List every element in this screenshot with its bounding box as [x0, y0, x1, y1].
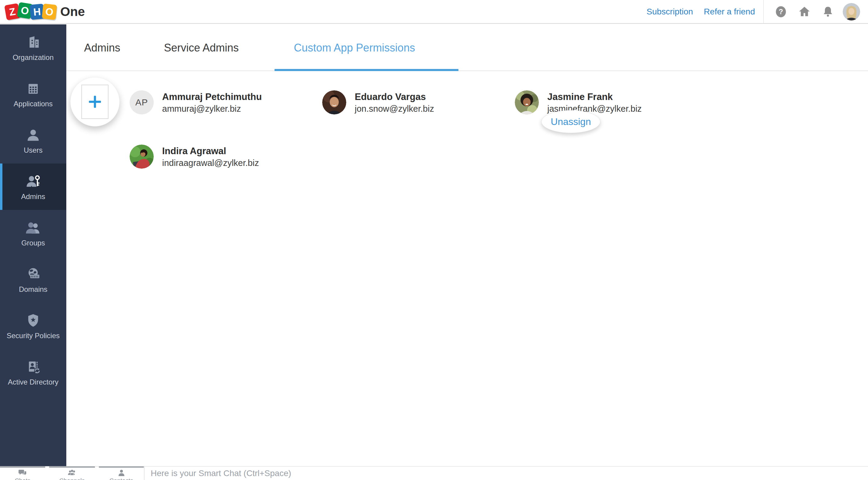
sidebar-item-active-directory[interactable]: Active Directory	[0, 349, 66, 396]
admin-card-text: Ammuraj Petchimuthu ammuraj@zylker.biz	[162, 90, 262, 114]
security-shield-icon	[25, 312, 41, 329]
admin-tabs-bar: Admins Service Admins Custom App Permiss…	[66, 24, 868, 71]
sidebar-item-label: Organization	[13, 53, 54, 62]
groups-icon	[25, 219, 41, 236]
unassign-button[interactable]: Unassign	[541, 110, 600, 133]
avatar-photo	[130, 144, 154, 169]
sidebar-item-label: Active Directory	[8, 378, 59, 386]
contact-person-icon	[118, 469, 125, 477]
plus-icon	[88, 95, 102, 109]
sidebar-item-label: Admins	[21, 193, 45, 201]
sidebar-item-label: Domains	[19, 285, 48, 294]
admin-name: Indira Agrawal	[162, 145, 259, 157]
add-admin-button[interactable]	[70, 77, 120, 127]
sidebar-item-organization[interactable]: Organization	[0, 24, 66, 71]
smart-chat-bar: Chats Channels Contacts	[0, 466, 868, 480]
chat-tab-label: Chats	[15, 477, 30, 480]
chat-tab-channels[interactable]: Channels	[49, 466, 95, 480]
admin-email: ammuraj@zylker.biz	[162, 103, 262, 114]
subscription-link[interactable]: Subscription	[647, 7, 693, 16]
chat-tab-chats[interactable]: Chats	[0, 466, 45, 480]
active-item-indicator	[0, 164, 2, 210]
admin-email: jon.snow@zylker.biz	[355, 103, 434, 114]
tab-service-admins[interactable]: Service Admins	[164, 24, 239, 71]
organization-icon	[25, 33, 41, 50]
tab-custom-app-permissions[interactable]: Custom App Permissions	[294, 24, 415, 71]
avatar-photo	[515, 90, 539, 114]
admin-email: indiraagrawal@zylker.biz	[162, 157, 259, 169]
chat-tab-label: Channels	[59, 477, 85, 480]
channels-people-icon	[67, 469, 76, 477]
account-avatar[interactable]	[843, 3, 860, 21]
admin-card-indira[interactable]: Indira Agrawal indiraagrawal@zylker.biz	[130, 144, 259, 169]
product-name: One	[60, 4, 85, 19]
users-icon	[25, 126, 41, 143]
zoho-logo-tiles: Z O H O	[5, 4, 55, 19]
zoho-one-logo[interactable]: Z O H O One	[5, 4, 85, 19]
avatar-photo	[322, 90, 346, 114]
sidebar-item-users[interactable]: Users	[0, 117, 66, 164]
tab-admins[interactable]: Admins	[84, 24, 120, 71]
sidebar-item-label: Applications	[13, 100, 53, 108]
admin-card-eduardo[interactable]: Eduardo Vargas jon.snow@zylker.biz	[322, 90, 434, 114]
home-icon[interactable]	[793, 5, 816, 19]
sidebar-item-applications[interactable]: Applications	[0, 71, 66, 117]
refer-a-friend-link[interactable]: Refer a friend	[704, 7, 755, 16]
zoho-one-admin-screen: Z O H O One Subscription Refer a friend …	[0, 0, 868, 480]
zoho-tile-o-yellow: O	[42, 3, 57, 20]
active-directory-icon	[25, 358, 41, 375]
applications-icon	[25, 80, 41, 97]
chat-bubbles-icon	[19, 469, 27, 477]
domains-globe-icon: www	[25, 265, 41, 282]
admin-name: Ammuraj Petchimuthu	[162, 91, 262, 103]
sidebar-item-label: Security Policies	[7, 332, 60, 340]
smart-chat-input[interactable]	[150, 467, 662, 480]
sidebar-item-label: Users	[24, 146, 43, 155]
sidebar-item-groups[interactable]: Groups	[0, 210, 66, 256]
admins-key-icon	[25, 173, 41, 190]
admin-name: Eduardo Vargas	[355, 91, 434, 103]
custom-app-permissions-panel: AP Ammuraj Petchimuthu ammuraj@zylker.bi…	[66, 72, 868, 466]
help-icon[interactable]: ?	[769, 5, 793, 18]
active-tab-underline	[275, 69, 458, 71]
svg-text:www: www	[31, 275, 38, 278]
admin-card-text: Eduardo Vargas jon.snow@zylker.biz	[355, 90, 434, 114]
svg-text:?: ?	[779, 7, 783, 15]
admin-card-ammuraj[interactable]: AP Ammuraj Petchimuthu ammuraj@zylker.bi…	[130, 90, 262, 114]
sidebar-item-admins[interactable]: Admins	[0, 164, 66, 210]
sidebar-item-domains[interactable]: www Domains	[0, 256, 66, 303]
chat-tab-label: Contacts	[110, 477, 133, 480]
admin-name: Jasmine Frank	[547, 91, 642, 103]
top-bar: Z O H O One Subscription Refer a friend …	[0, 0, 868, 24]
sidebar-item-label: Groups	[22, 239, 45, 247]
avatar-initials: AP	[130, 90, 154, 114]
sidebar-nav: Organization Applications	[0, 24, 66, 466]
notifications-bell-icon[interactable]	[816, 5, 840, 18]
sidebar-item-security-policies[interactable]: Security Policies	[0, 303, 66, 349]
admin-card-text: Indira Agrawal indiraagrawal@zylker.biz	[162, 144, 259, 169]
chat-tab-contacts[interactable]: Contacts	[99, 466, 144, 480]
top-bar-right: Subscription Refer a friend ?	[636, 0, 868, 24]
topbar-divider	[764, 0, 764, 24]
add-admin-card	[82, 84, 108, 119]
